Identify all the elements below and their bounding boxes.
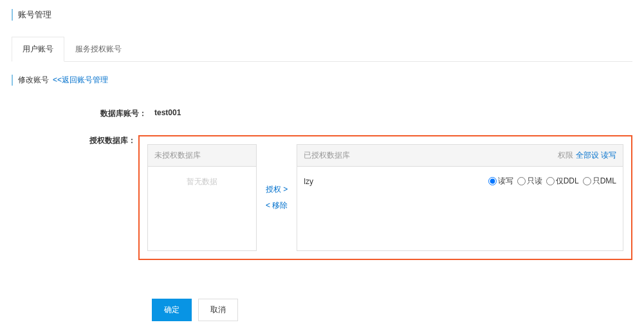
back-link[interactable]: <<返回账号管理: [53, 75, 108, 86]
radio-dml-only[interactable]: 只DML: [583, 176, 616, 187]
db-account-value: test001: [147, 108, 181, 119]
authorized-panel-header: 已授权数据库 权限 全部设 读写: [297, 145, 623, 167]
cancel-button[interactable]: 取消: [198, 299, 238, 321]
radio-dml-only-input[interactable]: [583, 177, 591, 185]
page-title: 账号管理: [12, 9, 632, 21]
authorized-panel-body: lzy 读写 只读: [297, 167, 623, 250]
sub-header: 修改账号 <<返回账号管理: [12, 75, 632, 86]
auth-transfer-zone: 未授权数据库 暂无数据 授权 > < 移除 已授权数据库 权限 全部设 读写: [138, 135, 632, 260]
authorized-panel: 已授权数据库 权限 全部设 读写 lzy 读写: [297, 144, 623, 251]
db-row: lzy 读写 只读: [304, 174, 616, 188]
ok-button[interactable]: 确定: [152, 299, 192, 321]
set-all-link[interactable]: 全部设 读写: [576, 151, 616, 160]
authorized-header-label: 已授权数据库: [304, 150, 350, 161]
auth-db-label: 授权数据库：: [12, 135, 136, 146]
db-account-label: 数据库账号：: [12, 108, 147, 119]
transfer-buttons: 授权 > < 移除: [263, 144, 290, 251]
remove-button[interactable]: < 移除: [266, 200, 288, 211]
radio-read-write-input[interactable]: [488, 177, 497, 185]
radio-ddl-only[interactable]: 仅DDL: [546, 176, 579, 187]
unauthorized-panel-header: 未授权数据库: [148, 145, 256, 167]
permission-radio-group: 读写 只读 仅DDL: [488, 176, 616, 187]
radio-read-only-input[interactable]: [517, 177, 526, 185]
authorize-button[interactable]: 授权 >: [266, 184, 288, 195]
radio-read-only-label: 只读: [527, 176, 542, 187]
sub-header-title: 修改账号: [18, 75, 49, 86]
radio-dml-only-label: 只DML: [593, 176, 616, 187]
db-name: lzy: [304, 177, 313, 186]
tab-user-account[interactable]: 用户账号: [12, 37, 64, 62]
radio-read-write-label: 读写: [498, 176, 513, 187]
radio-ddl-only-label: 仅DDL: [556, 176, 579, 187]
radio-read-write[interactable]: 读写: [488, 176, 513, 187]
tabs-bar: 用户账号 服务授权账号: [12, 37, 632, 62]
empty-text: 暂无数据: [154, 174, 250, 187]
row-auth-db: 授权数据库： 未授权数据库 暂无数据 授权 > < 移除 已授权数据库: [12, 135, 632, 260]
radio-ddl-only-input[interactable]: [546, 177, 555, 185]
perm-label: 权限: [558, 151, 573, 160]
tab-service-auth-account[interactable]: 服务授权账号: [64, 37, 133, 61]
row-db-account: 数据库账号： test001: [12, 108, 632, 119]
footer-buttons: 确定 取消: [152, 299, 632, 321]
radio-read-only[interactable]: 只读: [517, 176, 542, 187]
unauthorized-panel-body: 暂无数据: [148, 167, 256, 250]
unauthorized-panel: 未授权数据库 暂无数据: [147, 144, 257, 251]
